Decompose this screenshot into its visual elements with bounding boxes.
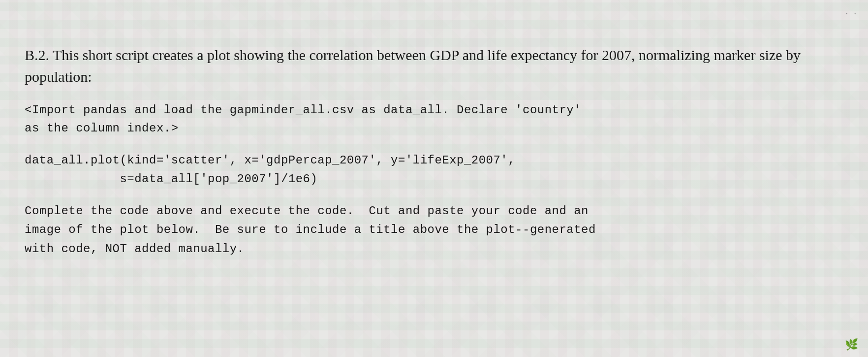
code-plot-block: data_all.plot(kind='scatter', x='gdpPerc… [25,151,812,188]
page-content: B.2. This short script creates a plot sh… [0,0,837,278]
corner-mark: 🌿 [845,338,858,351]
code-import-block: <Import pandas and load the gapminder_al… [25,101,812,137]
instruction-text: Complete the code above and execute the … [25,202,812,259]
section-heading: B.2. This short script creates a plot sh… [25,44,812,87]
corner-decoration: · · [846,9,859,19]
